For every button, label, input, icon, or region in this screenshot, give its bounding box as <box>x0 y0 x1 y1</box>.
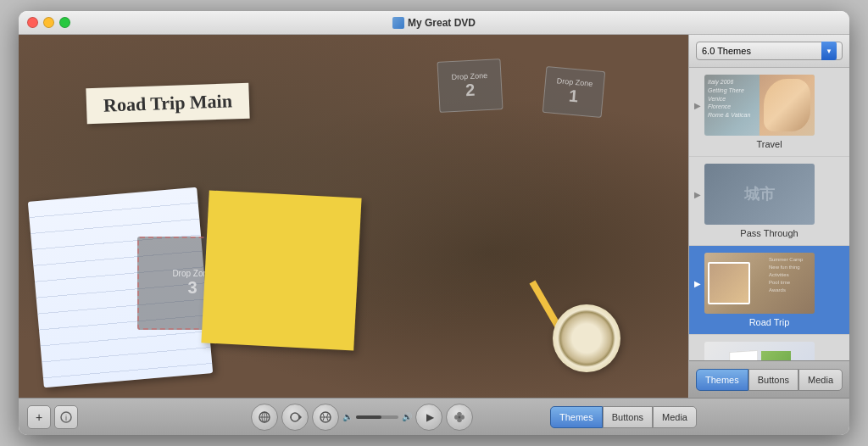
theme-thumbnail-pass: 城市 <box>704 164 815 225</box>
play-button[interactable]: ▶ <box>415 404 442 431</box>
theme-thumbnail-road: Summer CampNew fun thingActivitiesPool t… <box>704 253 815 314</box>
close-button[interactable] <box>27 17 38 28</box>
theme-expand-icon-road: ▶ <box>694 279 701 288</box>
volume-mute-icon: 🔈 <box>342 412 353 421</box>
dvd-icon <box>392 17 404 29</box>
theme-row-reflect: ▶ <box>694 342 844 360</box>
info-icon: i <box>60 411 72 423</box>
bottom-tab-themes[interactable]: Themes <box>550 406 603 428</box>
toolbar-right: Themes Buttons Media <box>550 406 697 428</box>
traffic-lights <box>27 17 70 28</box>
theme-item-road-trip[interactable]: ▶ Summer CampNew fun thingActivitiesPool… <box>689 246 849 335</box>
theme-row-road: ▶ Summer CampNew fun thingActivitiesPool… <box>694 253 844 314</box>
window-title: My Great DVD <box>392 17 476 29</box>
info-button[interactable]: i <box>54 405 78 429</box>
main-window: My Great DVD Road Trip Main Drop Zone 2 <box>19 11 849 435</box>
preview-canvas: Road Trip Main Drop Zone 2 Drop Zone 1 <box>19 35 688 398</box>
toolbar-left: + i <box>27 405 78 429</box>
theme-item-travel[interactable]: ▶ Italy 2006Getting ThereVeniceFlorenceR… <box>689 68 849 157</box>
tape-roll <box>553 304 620 372</box>
theme-row-pass-through: ▶ 城市 <box>694 164 844 225</box>
pinwheel-button[interactable] <box>446 404 473 431</box>
volume-slider[interactable] <box>356 415 398 419</box>
toolbar-wrapper: + i <box>27 399 697 436</box>
volume-fill <box>356 415 381 419</box>
tab-media[interactable]: Media <box>798 369 843 391</box>
theme-label-road: Road Trip <box>749 317 790 327</box>
maximize-button[interactable] <box>59 17 70 28</box>
theme-label-travel: Travel <box>756 139 782 149</box>
globe-button[interactable] <box>312 404 339 431</box>
theme-expand-icon-pass: ▶ <box>694 190 701 199</box>
bottom-tab-media[interactable]: Media <box>653 406 697 428</box>
loop-button[interactable] <box>281 404 309 431</box>
toolbar-center: 🔈 🔊 ▶ <box>251 404 473 431</box>
theme-item-pass-through[interactable]: ▶ 城市 Pass Through <box>689 157 849 246</box>
dropdown-arrow-icon: ▼ <box>821 42 837 60</box>
main-area: Road Trip Main Drop Zone 2 Drop Zone 1 <box>19 35 849 398</box>
theme-thumbnail-travel: Italy 2006Getting ThereVeniceFlorenceRom… <box>704 75 815 136</box>
globe-icon <box>319 410 332 424</box>
svg-marker-6 <box>299 415 302 420</box>
volume-max-icon: 🔊 <box>402 412 412 421</box>
pinwheel-icon <box>453 410 466 424</box>
drop-zone-1[interactable]: Drop Zone 1 <box>542 66 606 118</box>
theme-row-travel: ▶ Italy 2006Getting ThereVeniceFlorenceR… <box>694 75 844 136</box>
add-button[interactable]: + <box>27 405 51 429</box>
network-icon <box>258 410 271 424</box>
titlebar: My Great DVD <box>19 11 849 35</box>
road-trip-banner: Road Trip Main <box>86 83 249 125</box>
sidebar-footer-tabs: Themes Buttons Media <box>689 360 849 398</box>
sticky-note <box>201 190 361 350</box>
bottom-tab-buttons[interactable]: Buttons <box>603 406 653 428</box>
tab-themes[interactable]: Themes <box>696 369 748 391</box>
theme-selector-dropdown[interactable]: 6.0 Themes ▼ <box>696 42 843 60</box>
theme-label-pass: Pass Through <box>740 228 798 238</box>
theme-thumbnail-reflect <box>704 342 815 360</box>
minimize-button[interactable] <box>43 17 54 28</box>
tab-buttons-btn[interactable]: Buttons <box>748 369 798 391</box>
toolbar: + i <box>19 398 849 435</box>
themes-list[interactable]: ▶ Italy 2006Getting ThereVeniceFlorenceR… <box>689 68 849 360</box>
network-button[interactable] <box>251 404 278 431</box>
sidebar: 6.0 Themes ▼ ▶ Italy 2006Getting ThereVe… <box>688 35 849 398</box>
preview-area: Road Trip Main Drop Zone 2 Drop Zone 1 <box>19 35 688 398</box>
theme-expand-icon-travel: ▶ <box>694 101 701 110</box>
loop-icon <box>288 410 302 424</box>
svg-text:i: i <box>65 414 67 422</box>
tab-buttons: Themes Buttons Media <box>696 369 843 391</box>
sidebar-header: 6.0 Themes ▼ <box>689 35 849 68</box>
theme-item-reflection[interactable]: ▶ Reflection White <box>689 335 849 360</box>
drop-zone-2[interactable]: Drop Zone 2 <box>437 59 503 113</box>
bottom-tab-buttons: Themes Buttons Media <box>550 406 697 428</box>
